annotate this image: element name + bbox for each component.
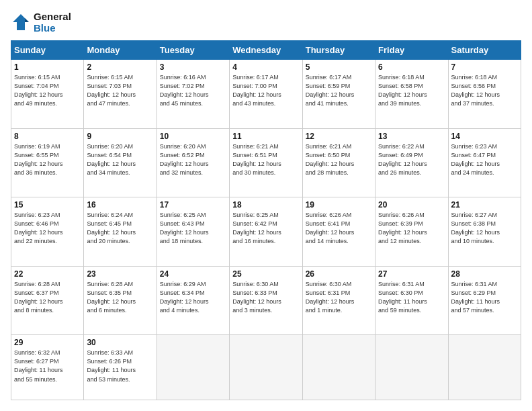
logo-text: General Blue [34,11,71,34]
calendar-cell: 15Sunrise: 6:23 AM Sunset: 6:46 PM Dayli… [11,197,84,267]
calendar-cell [230,335,302,400]
day-info: Sunrise: 6:31 AM Sunset: 6:29 PM Dayligh… [451,280,518,315]
calendar-cell: 29Sunrise: 6:32 AM Sunset: 6:27 PM Dayli… [11,335,84,400]
day-number: 8 [14,132,81,141]
day-number: 11 [232,132,299,141]
calendar-cell: 19Sunrise: 6:26 AM Sunset: 6:41 PM Dayli… [302,197,375,267]
calendar-week-3: 15Sunrise: 6:23 AM Sunset: 6:46 PM Dayli… [11,197,521,267]
day-info: Sunrise: 6:30 AM Sunset: 6:33 PM Dayligh… [232,280,299,315]
calendar-header-wednesday: Wednesday [230,41,302,60]
calendar-header-saturday: Saturday [448,41,521,60]
day-number: 12 [306,132,372,141]
day-number: 17 [160,200,226,210]
day-number: 24 [160,269,226,279]
day-number: 26 [306,269,372,279]
calendar-header-sunday: Sunday [11,41,84,60]
day-info: Sunrise: 6:20 AM Sunset: 6:52 PM Dayligh… [160,142,226,177]
calendar-cell: 16Sunrise: 6:24 AM Sunset: 6:45 PM Dayli… [84,197,157,267]
calendar-cell: 12Sunrise: 6:21 AM Sunset: 6:50 PM Dayli… [302,128,375,197]
calendar-cell: 5Sunrise: 6:17 AM Sunset: 6:59 PM Daylig… [302,60,375,129]
day-number: 21 [451,200,518,210]
logo: General Blue [11,11,71,34]
calendar-cell [157,335,229,400]
day-number: 7 [451,62,518,72]
calendar-cell: 13Sunrise: 6:22 AM Sunset: 6:49 PM Dayli… [375,128,448,197]
day-info: Sunrise: 6:18 AM Sunset: 6:58 PM Dayligh… [378,73,445,108]
day-info: Sunrise: 6:19 AM Sunset: 6:55 PM Dayligh… [14,142,81,177]
calendar-cell [302,335,375,400]
day-info: Sunrise: 6:21 AM Sunset: 6:50 PM Dayligh… [306,142,372,177]
calendar-cell: 28Sunrise: 6:31 AM Sunset: 6:29 PM Dayli… [448,266,521,335]
day-number: 19 [306,200,372,210]
day-info: Sunrise: 6:33 AM Sunset: 6:26 PM Dayligh… [87,349,153,383]
day-number: 5 [306,62,372,72]
calendar-cell: 20Sunrise: 6:26 AM Sunset: 6:39 PM Dayli… [375,197,448,267]
day-number: 18 [232,200,299,210]
calendar-cell: 10Sunrise: 6:20 AM Sunset: 6:52 PM Dayli… [157,128,229,197]
calendar-header-monday: Monday [84,41,157,60]
calendar-cell: 21Sunrise: 6:27 AM Sunset: 6:38 PM Dayli… [448,197,521,267]
calendar-cell: 7Sunrise: 6:18 AM Sunset: 6:56 PM Daylig… [448,60,521,129]
day-info: Sunrise: 6:25 AM Sunset: 6:43 PM Dayligh… [160,211,226,246]
day-info: Sunrise: 6:29 AM Sunset: 6:34 PM Dayligh… [160,280,226,315]
calendar-cell: 6Sunrise: 6:18 AM Sunset: 6:58 PM Daylig… [375,60,448,129]
day-number: 30 [87,338,153,347]
calendar-week-2: 8Sunrise: 6:19 AM Sunset: 6:55 PM Daylig… [11,128,521,197]
calendar-cell: 26Sunrise: 6:30 AM Sunset: 6:31 PM Dayli… [302,266,375,335]
day-info: Sunrise: 6:30 AM Sunset: 6:31 PM Dayligh… [306,280,372,315]
day-info: Sunrise: 6:23 AM Sunset: 6:47 PM Dayligh… [451,142,518,177]
day-number: 22 [14,269,81,279]
day-number: 1 [14,62,81,72]
calendar-cell: 27Sunrise: 6:31 AM Sunset: 6:30 PM Dayli… [375,266,448,335]
day-number: 13 [378,132,445,141]
calendar-cell: 22Sunrise: 6:28 AM Sunset: 6:37 PM Dayli… [11,266,84,335]
calendar-cell: 1Sunrise: 6:15 AM Sunset: 7:04 PM Daylig… [11,60,84,129]
day-info: Sunrise: 6:20 AM Sunset: 6:54 PM Dayligh… [87,142,153,177]
day-info: Sunrise: 6:32 AM Sunset: 6:27 PM Dayligh… [14,349,81,383]
day-info: Sunrise: 6:28 AM Sunset: 6:37 PM Dayligh… [14,280,81,315]
calendar-header-thursday: Thursday [302,41,375,60]
day-number: 27 [378,269,445,279]
day-info: Sunrise: 6:31 AM Sunset: 6:30 PM Dayligh… [378,280,445,315]
day-info: Sunrise: 6:21 AM Sunset: 6:51 PM Dayligh… [232,142,299,177]
calendar-cell: 25Sunrise: 6:30 AM Sunset: 6:33 PM Dayli… [230,266,302,335]
day-number: 29 [14,338,81,347]
day-number: 23 [87,269,153,279]
day-info: Sunrise: 6:18 AM Sunset: 6:56 PM Dayligh… [451,73,518,108]
day-info: Sunrise: 6:27 AM Sunset: 6:38 PM Dayligh… [451,211,518,246]
header: General Blue [11,11,521,34]
day-number: 2 [87,62,153,72]
day-number: 16 [87,200,153,210]
calendar-cell: 23Sunrise: 6:28 AM Sunset: 6:35 PM Dayli… [84,266,157,335]
calendar-cell: 18Sunrise: 6:25 AM Sunset: 6:42 PM Dayli… [230,197,302,267]
calendar-cell: 17Sunrise: 6:25 AM Sunset: 6:43 PM Dayli… [157,197,229,267]
calendar: SundayMondayTuesdayWednesdayThursdayFrid… [11,40,521,400]
day-number: 3 [160,62,226,72]
logo-icon [11,12,31,32]
calendar-cell: 30Sunrise: 6:33 AM Sunset: 6:26 PM Dayli… [84,335,157,400]
day-number: 25 [232,269,299,279]
page: General Blue SundayMondayTuesdayWednesda… [0,0,532,411]
day-number: 14 [451,132,518,141]
day-number: 10 [160,132,226,141]
calendar-week-4: 22Sunrise: 6:28 AM Sunset: 6:37 PM Dayli… [11,266,521,335]
day-info: Sunrise: 6:17 AM Sunset: 7:00 PM Dayligh… [232,73,299,108]
calendar-header-friday: Friday [375,41,448,60]
day-info: Sunrise: 6:26 AM Sunset: 6:39 PM Dayligh… [378,211,445,246]
calendar-cell: 4Sunrise: 6:17 AM Sunset: 7:00 PM Daylig… [230,60,302,129]
day-info: Sunrise: 6:17 AM Sunset: 6:59 PM Dayligh… [306,73,372,108]
day-info: Sunrise: 6:26 AM Sunset: 6:41 PM Dayligh… [306,211,372,246]
calendar-cell: 2Sunrise: 6:15 AM Sunset: 7:03 PM Daylig… [84,60,157,129]
calendar-cell [375,335,448,400]
day-number: 28 [451,269,518,279]
day-info: Sunrise: 6:22 AM Sunset: 6:49 PM Dayligh… [378,142,445,177]
day-number: 4 [232,62,299,72]
calendar-cell [448,335,521,400]
calendar-cell: 24Sunrise: 6:29 AM Sunset: 6:34 PM Dayli… [157,266,229,335]
day-info: Sunrise: 6:15 AM Sunset: 7:03 PM Dayligh… [87,73,153,108]
day-info: Sunrise: 6:16 AM Sunset: 7:02 PM Dayligh… [160,73,226,108]
day-number: 9 [87,132,153,141]
day-info: Sunrise: 6:28 AM Sunset: 6:35 PM Dayligh… [87,280,153,315]
day-number: 6 [378,62,445,72]
calendar-week-1: 1Sunrise: 6:15 AM Sunset: 7:04 PM Daylig… [11,60,521,129]
